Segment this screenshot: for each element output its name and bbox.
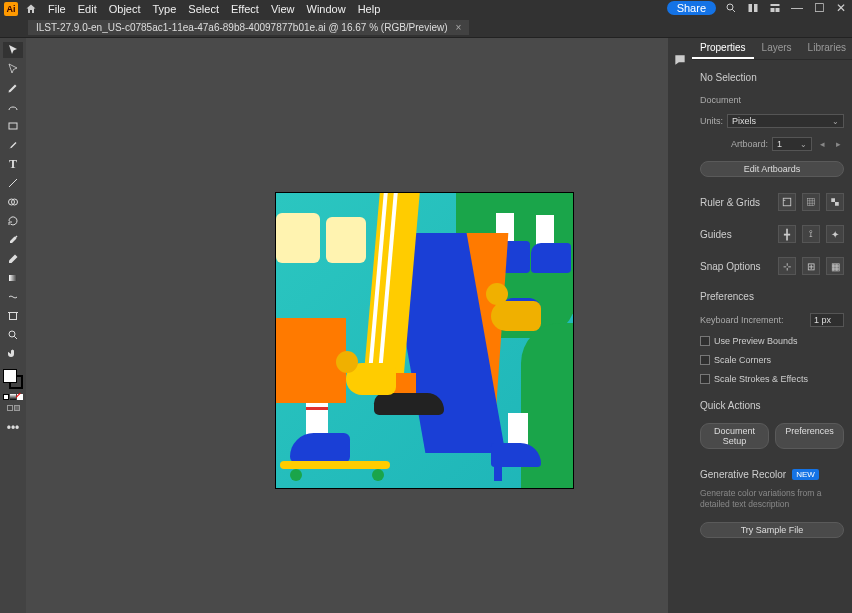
tab-close-icon[interactable]: × <box>456 22 462 33</box>
menu-type[interactable]: Type <box>153 3 177 15</box>
cb-label: Use Preview Bounds <box>714 336 798 346</box>
generative-recolor-desc: Generate color variations from a detaile… <box>700 488 844 510</box>
menu-window[interactable]: Window <box>307 3 346 15</box>
menu-object[interactable]: Object <box>109 3 141 15</box>
menu-file[interactable]: File <box>48 3 66 15</box>
fill-swatch[interactable] <box>3 369 17 383</box>
workspace-icon[interactable] <box>768 1 782 15</box>
zoom-tool-icon[interactable] <box>3 327 23 343</box>
svg-line-16 <box>14 336 17 339</box>
width-tool-icon[interactable] <box>3 289 23 305</box>
properties-panel: Properties Layers Libraries No Selection… <box>692 38 852 613</box>
direct-selection-tool-icon[interactable] <box>3 61 23 77</box>
next-artboard-button[interactable]: ▸ <box>832 139 844 149</box>
svg-rect-12 <box>10 313 17 320</box>
show-guides-icon[interactable]: ╋ <box>778 225 796 243</box>
line-tool-icon[interactable] <box>3 175 23 191</box>
units-dropdown[interactable]: Pixels ⌄ <box>727 114 844 128</box>
maximize-icon[interactable]: ☐ <box>812 1 826 15</box>
color-mode-icons[interactable] <box>3 394 23 400</box>
menu-effect[interactable]: Effect <box>231 3 259 15</box>
svg-rect-25 <box>835 202 839 206</box>
preferences-label: Preferences <box>700 291 844 302</box>
key-increment-input[interactable] <box>810 313 844 327</box>
snap-pixel-icon[interactable]: ▦ <box>826 257 844 275</box>
paintbrush-tool-icon[interactable] <box>3 137 23 153</box>
chevron-down-icon: ⌄ <box>800 140 807 149</box>
chevron-down-icon: ⌄ <box>832 117 839 126</box>
svg-rect-6 <box>776 8 780 12</box>
tab-title: ILST-27.9.0-en_US-c0785ac1-11ea-47a6-89b… <box>36 22 448 33</box>
share-button[interactable]: Share <box>667 1 716 15</box>
selection-tool-icon[interactable] <box>3 42 23 58</box>
menu-help[interactable]: Help <box>358 3 381 15</box>
scale-strokes-checkbox[interactable]: Scale Strokes & Effects <box>700 374 844 384</box>
close-icon[interactable]: ✕ <box>834 1 848 15</box>
svg-rect-5 <box>771 8 775 12</box>
menu-items: File Edit Object Type Select Effect View… <box>48 3 380 15</box>
eyedropper-tool-icon[interactable] <box>3 232 23 248</box>
arrange-icon[interactable] <box>746 1 760 15</box>
grid-icon[interactable] <box>802 193 820 211</box>
document-tab[interactable]: ILST-27.9.0-en_US-c0785ac1-11ea-47a6-89b… <box>28 20 469 35</box>
snap-point-icon[interactable]: ⊹ <box>778 257 796 275</box>
artboard-label: Artboard: <box>731 139 768 149</box>
menu-edit[interactable]: Edit <box>78 3 97 15</box>
artboard-tool-icon[interactable] <box>3 308 23 324</box>
generative-recolor-label: Generative Recolor <box>700 469 786 480</box>
menu-view[interactable]: View <box>271 3 295 15</box>
menu-select[interactable]: Select <box>188 3 219 15</box>
svg-line-8 <box>9 179 17 187</box>
right-dock-strip <box>668 38 692 613</box>
pen-tool-icon[interactable] <box>3 80 23 96</box>
artboard[interactable] <box>276 193 573 488</box>
key-increment-label: Keyboard Increment: <box>700 315 806 325</box>
prev-artboard-button[interactable]: ◂ <box>816 139 828 149</box>
scale-corners-checkbox[interactable]: Scale Corners <box>700 355 844 365</box>
comments-icon[interactable] <box>670 52 690 68</box>
try-sample-file-button[interactable]: Try Sample File <box>700 522 844 538</box>
canvas-area[interactable] <box>26 38 668 613</box>
svg-point-15 <box>9 331 15 337</box>
minimize-icon[interactable]: — <box>790 1 804 15</box>
panel-tabs: Properties Layers Libraries <box>692 38 852 60</box>
edit-toolbar-icon[interactable]: ••• <box>3 420 23 436</box>
transparency-grid-icon[interactable] <box>826 193 844 211</box>
eraser-tool-icon[interactable] <box>3 251 23 267</box>
hand-tool-icon[interactable] <box>3 346 23 362</box>
search-icon[interactable] <box>724 1 738 15</box>
type-tool-icon[interactable]: T <box>3 156 23 172</box>
units-value: Pixels <box>732 116 756 126</box>
tab-properties[interactable]: Properties <box>692 38 754 59</box>
shape-builder-tool-icon[interactable] <box>3 194 23 210</box>
rectangle-tool-icon[interactable] <box>3 118 23 134</box>
draw-mode-icons[interactable] <box>7 405 20 411</box>
gradient-tool-icon[interactable] <box>3 270 23 286</box>
cb-label: Scale Corners <box>714 355 771 365</box>
ruler-icon[interactable] <box>778 193 796 211</box>
no-selection-label: No Selection <box>700 72 844 83</box>
home-icon[interactable] <box>24 2 38 16</box>
edit-artboards-button[interactable]: Edit Artboards <box>700 161 844 177</box>
cb-label: Scale Strokes & Effects <box>714 374 808 384</box>
document-setup-button[interactable]: Document Setup <box>700 423 769 449</box>
lock-guides-icon[interactable]: ⟟ <box>802 225 820 243</box>
svg-rect-11 <box>9 275 17 281</box>
units-label: Units: <box>700 116 723 126</box>
menubar: Ai File Edit Object Type Select Effect V… <box>0 0 852 18</box>
preferences-button[interactable]: Preferences <box>775 423 844 449</box>
ruler-grids-label: Ruler & Grids <box>700 197 760 208</box>
smart-guides-icon[interactable]: ✦ <box>826 225 844 243</box>
curvature-tool-icon[interactable] <box>3 99 23 115</box>
document-section-label: Document <box>700 95 844 105</box>
artboard-dropdown[interactable]: 1 ⌄ <box>772 137 812 151</box>
use-preview-bounds-checkbox[interactable]: Use Preview Bounds <box>700 336 844 346</box>
fill-stroke-swatch[interactable] <box>3 369 23 389</box>
app-logo: Ai <box>4 2 18 16</box>
tab-layers[interactable]: Layers <box>754 38 800 59</box>
svg-rect-24 <box>831 198 835 202</box>
rotate-tool-icon[interactable] <box>3 213 23 229</box>
guides-label: Guides <box>700 229 732 240</box>
tab-libraries[interactable]: Libraries <box>800 38 852 59</box>
snap-grid-icon[interactable]: ⊞ <box>802 257 820 275</box>
